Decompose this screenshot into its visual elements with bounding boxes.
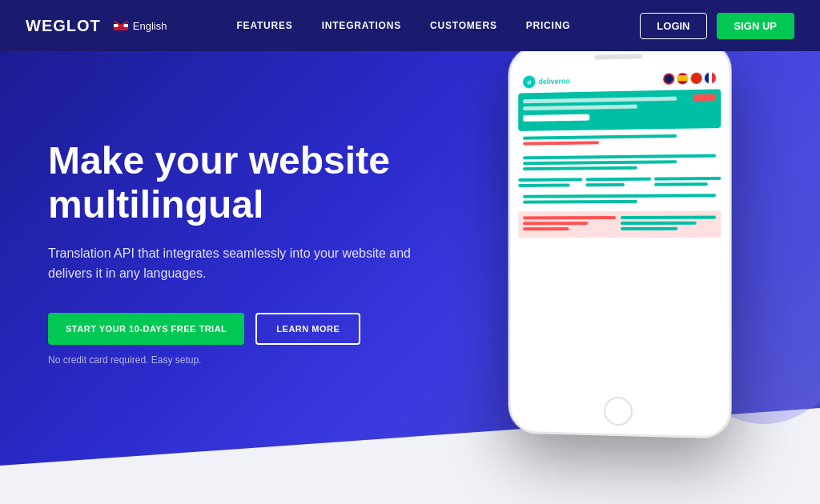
- nav-actions: LOGIN SIGN UP: [640, 13, 794, 39]
- phone-flag-icons: [663, 72, 716, 85]
- col-line-2: [518, 183, 569, 186]
- phone-green-banner: [518, 89, 721, 130]
- phone-row-1: [518, 177, 721, 190]
- flag-fr-icon: [705, 72, 716, 83]
- phone-col-3: [654, 177, 721, 189]
- bottom-row: [523, 216, 716, 234]
- bottom-teal-line-1: [621, 216, 716, 219]
- nav-customers[interactable]: CUSTOMERS: [430, 20, 497, 31]
- phone-home-button: [604, 397, 633, 426]
- language-selector[interactable]: English: [114, 20, 167, 32]
- banner-line-2: [523, 105, 637, 111]
- banner-cta-line: [523, 114, 589, 122]
- nav-pricing[interactable]: PRICING: [526, 20, 571, 31]
- deliveroo-icon: d: [523, 75, 536, 88]
- card-line-red-1: [523, 141, 599, 145]
- main-header: WEGLOT English FEATURES INTEGRATIONS CUS…: [0, 0, 820, 51]
- bottom-col-2: [621, 216, 716, 233]
- main-nav: FEATURES INTEGRATIONS CUSTOMERS PRICING: [236, 20, 570, 31]
- col-line-6: [654, 182, 707, 186]
- bottom-red-line-1: [523, 216, 616, 219]
- col-line-1: [518, 178, 582, 182]
- hero-content: Make your website multilingual Translati…: [48, 138, 464, 366]
- card-line-teal-4: [523, 166, 637, 170]
- phone-col-2: [585, 178, 651, 190]
- deliveroo-logo: d deliveroo: [523, 74, 570, 88]
- card-teal-6: [523, 200, 637, 204]
- phone-card-3: [518, 190, 721, 209]
- phone-banner-wrapper: [518, 89, 721, 130]
- trial-button[interactable]: START YOUR 10-DAYS FREE TRIAL: [48, 313, 244, 345]
- card-teal-5: [523, 194, 716, 198]
- phone-bottom-section: [518, 210, 721, 238]
- phone-col-1: [518, 178, 582, 189]
- col-line-3: [585, 178, 651, 182]
- phone-mockup: d deliveroo: [508, 41, 732, 439]
- phone-notch: [594, 54, 642, 59]
- signup-button[interactable]: SIGN UP: [717, 13, 794, 39]
- hero-buttons: START YOUR 10-DAYS FREE TRIAL LEARN MORE: [48, 313, 464, 345]
- learn-more-button[interactable]: LEARN MORE: [255, 313, 360, 345]
- col-line-5: [654, 177, 721, 181]
- col-line-4: [585, 183, 625, 186]
- login-button[interactable]: LOGIN: [640, 13, 706, 39]
- card-line-teal-1: [523, 134, 677, 140]
- nav-integrations[interactable]: INTEGRATIONS: [322, 20, 401, 31]
- bottom-red-line-3: [523, 227, 569, 230]
- card-line-teal-2: [523, 154, 716, 160]
- flag-cn-icon: [691, 73, 702, 84]
- banner-red-button: [693, 94, 717, 102]
- deliveroo-brand: deliveroo: [538, 77, 569, 86]
- nav-features[interactable]: FEATURES: [236, 20, 292, 31]
- uk-flag-icon: [114, 21, 128, 30]
- phone-screen-content: d deliveroo: [518, 66, 721, 394]
- card-line-teal-3: [523, 160, 677, 165]
- hero-title: Make your website multilingual: [48, 138, 464, 226]
- hero-subtitle: Translation API that integrates seamless…: [48, 243, 416, 284]
- phone-app-header: d deliveroo: [518, 66, 721, 92]
- bottom-col-1: [523, 216, 616, 233]
- weglot-logo[interactable]: WEGLOT: [26, 17, 101, 35]
- flag-es-icon: [677, 73, 688, 84]
- bottom-teal-line-3: [621, 227, 677, 230]
- banner-line-1: [523, 97, 677, 104]
- hero-section: Make your website multilingual Translati…: [0, 0, 820, 504]
- phone-card-2: [518, 150, 721, 176]
- phone-card-1: [518, 130, 721, 150]
- phone-mockup-area: d deliveroo: [464, 44, 772, 460]
- header-left: WEGLOT English: [26, 17, 167, 35]
- language-label: English: [133, 20, 167, 32]
- bottom-teal-line-2: [621, 222, 697, 225]
- bottom-red-line-2: [523, 222, 588, 225]
- hero-note: No credit card required. Easy setup.: [48, 354, 464, 366]
- flag-uk-icon: [663, 73, 674, 84]
